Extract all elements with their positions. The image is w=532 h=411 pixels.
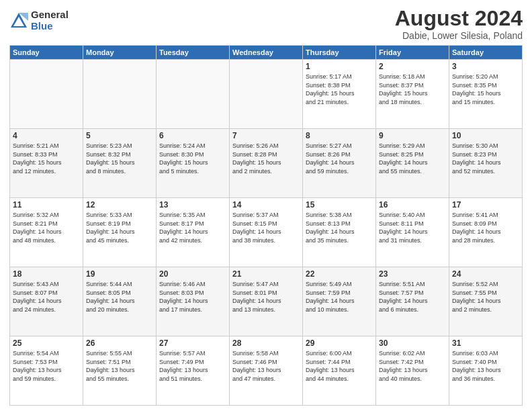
- day-info: Sunrise: 5:35 AM Sunset: 8:17 PM Dayligh…: [159, 211, 226, 244]
- day-info: Sunrise: 5:57 AM Sunset: 7:49 PM Dayligh…: [159, 349, 226, 383]
- day-cell: 9Sunrise: 5:29 AM Sunset: 8:25 PM Daylig…: [376, 129, 449, 198]
- logo-icon: [9, 11, 28, 30]
- day-number: 16: [379, 200, 446, 210]
- main-title: August 2024: [395, 7, 523, 30]
- day-cell: 12Sunrise: 5:33 AM Sunset: 8:19 PM Dayli…: [83, 198, 157, 267]
- day-info: Sunrise: 5:17 AM Sunset: 8:38 PM Dayligh…: [306, 73, 373, 106]
- week-row-3: 11Sunrise: 5:32 AM Sunset: 8:21 PM Dayli…: [10, 198, 523, 267]
- day-cell: 17Sunrise: 5:41 AM Sunset: 8:09 PM Dayli…: [449, 198, 523, 267]
- day-cell: 3Sunrise: 5:20 AM Sunset: 8:35 PM Daylig…: [449, 60, 523, 129]
- day-number: 29: [306, 338, 373, 348]
- day-info: Sunrise: 5:49 AM Sunset: 7:59 PM Dayligh…: [306, 280, 373, 314]
- col-header-monday: Monday: [83, 46, 157, 60]
- day-number: 13: [159, 200, 226, 210]
- day-number: 12: [86, 200, 153, 210]
- day-number: 11: [13, 200, 80, 210]
- logo: General Blue: [9, 9, 69, 32]
- day-info: Sunrise: 5:58 AM Sunset: 7:46 PM Dayligh…: [232, 349, 300, 383]
- day-info: Sunrise: 5:44 AM Sunset: 8:05 PM Dayligh…: [86, 280, 153, 314]
- day-number: 6: [159, 131, 226, 140]
- day-info: Sunrise: 5:18 AM Sunset: 8:37 PM Dayligh…: [379, 73, 446, 106]
- col-header-wednesday: Wednesday: [230, 46, 303, 60]
- day-info: Sunrise: 5:47 AM Sunset: 8:01 PM Dayligh…: [232, 280, 300, 314]
- day-number: 17: [452, 200, 519, 210]
- day-cell: 20Sunrise: 5:46 AM Sunset: 8:03 PM Dayli…: [157, 267, 230, 336]
- col-header-saturday: Saturday: [449, 46, 523, 60]
- day-info: Sunrise: 5:21 AM Sunset: 8:33 PM Dayligh…: [13, 142, 80, 175]
- day-info: Sunrise: 5:23 AM Sunset: 8:32 PM Dayligh…: [86, 142, 153, 175]
- day-number: 21: [232, 269, 300, 279]
- day-cell: 19Sunrise: 5:44 AM Sunset: 8:05 PM Dayli…: [83, 267, 157, 336]
- day-number: 26: [86, 338, 153, 348]
- day-info: Sunrise: 5:40 AM Sunset: 8:11 PM Dayligh…: [379, 211, 446, 244]
- day-cell: 7Sunrise: 5:26 AM Sunset: 8:28 PM Daylig…: [230, 129, 303, 198]
- week-row-4: 18Sunrise: 5:43 AM Sunset: 8:07 PM Dayli…: [10, 267, 523, 336]
- day-cell: 27Sunrise: 5:57 AM Sunset: 7:49 PM Dayli…: [157, 336, 230, 406]
- day-cell: 29Sunrise: 6:00 AM Sunset: 7:44 PM Dayli…: [303, 336, 376, 406]
- day-cell: 5Sunrise: 5:23 AM Sunset: 8:32 PM Daylig…: [83, 129, 157, 198]
- day-cell: 8Sunrise: 5:27 AM Sunset: 8:26 PM Daylig…: [303, 129, 376, 198]
- day-cell: 31Sunrise: 6:03 AM Sunset: 7:40 PM Dayli…: [449, 336, 523, 406]
- day-number: 9: [379, 131, 446, 140]
- day-cell: 21Sunrise: 5:47 AM Sunset: 8:01 PM Dayli…: [230, 267, 303, 336]
- week-row-2: 4Sunrise: 5:21 AM Sunset: 8:33 PM Daylig…: [10, 129, 523, 198]
- day-cell: [10, 60, 83, 129]
- day-info: Sunrise: 5:29 AM Sunset: 8:25 PM Dayligh…: [379, 142, 446, 175]
- header-row: SundayMondayTuesdayWednesdayThursdayFrid…: [10, 46, 523, 60]
- day-cell: 6Sunrise: 5:24 AM Sunset: 8:30 PM Daylig…: [157, 129, 230, 198]
- day-info: Sunrise: 5:32 AM Sunset: 8:21 PM Dayligh…: [13, 211, 80, 244]
- day-info: Sunrise: 5:54 AM Sunset: 7:53 PM Dayligh…: [13, 349, 80, 383]
- day-info: Sunrise: 5:33 AM Sunset: 8:19 PM Dayligh…: [86, 211, 153, 244]
- day-info: Sunrise: 5:37 AM Sunset: 8:15 PM Dayligh…: [232, 211, 300, 244]
- day-cell: 14Sunrise: 5:37 AM Sunset: 8:15 PM Dayli…: [230, 198, 303, 267]
- day-number: 25: [13, 338, 80, 348]
- day-info: Sunrise: 6:03 AM Sunset: 7:40 PM Dayligh…: [452, 349, 519, 383]
- day-number: 18: [13, 269, 80, 279]
- day-cell: 30Sunrise: 6:02 AM Sunset: 7:42 PM Dayli…: [376, 336, 449, 406]
- day-number: 20: [159, 269, 226, 279]
- day-info: Sunrise: 6:02 AM Sunset: 7:42 PM Dayligh…: [379, 349, 446, 383]
- logo-blue: Blue: [31, 21, 69, 32]
- day-cell: 1Sunrise: 5:17 AM Sunset: 8:38 PM Daylig…: [303, 60, 376, 129]
- subtitle: Dabie, Lower Silesia, Poland: [395, 30, 523, 41]
- day-cell: 10Sunrise: 5:30 AM Sunset: 8:23 PM Dayli…: [449, 129, 523, 198]
- day-cell: [83, 60, 157, 129]
- week-row-5: 25Sunrise: 5:54 AM Sunset: 7:53 PM Dayli…: [10, 336, 523, 406]
- col-header-friday: Friday: [376, 46, 449, 60]
- day-info: Sunrise: 5:43 AM Sunset: 8:07 PM Dayligh…: [13, 280, 80, 314]
- day-cell: 28Sunrise: 5:58 AM Sunset: 7:46 PM Dayli…: [230, 336, 303, 406]
- day-info: Sunrise: 5:41 AM Sunset: 8:09 PM Dayligh…: [452, 211, 519, 244]
- day-cell: 26Sunrise: 5:55 AM Sunset: 7:51 PM Dayli…: [83, 336, 157, 406]
- day-info: Sunrise: 5:51 AM Sunset: 7:57 PM Dayligh…: [379, 280, 446, 314]
- day-number: 22: [306, 269, 373, 279]
- day-cell: [157, 60, 230, 129]
- col-header-tuesday: Tuesday: [157, 46, 230, 60]
- day-cell: 2Sunrise: 5:18 AM Sunset: 8:37 PM Daylig…: [376, 60, 449, 129]
- day-number: 31: [452, 338, 519, 348]
- day-info: Sunrise: 5:55 AM Sunset: 7:51 PM Dayligh…: [86, 349, 153, 383]
- day-info: Sunrise: 5:30 AM Sunset: 8:23 PM Dayligh…: [452, 142, 519, 175]
- day-info: Sunrise: 5:24 AM Sunset: 8:30 PM Dayligh…: [159, 142, 226, 175]
- logo-text: General Blue: [31, 9, 69, 32]
- title-block: August 2024 Dabie, Lower Silesia, Poland: [395, 7, 523, 41]
- day-number: 30: [379, 338, 446, 348]
- day-number: 27: [159, 338, 226, 348]
- day-info: Sunrise: 5:26 AM Sunset: 8:28 PM Dayligh…: [232, 142, 300, 175]
- header: General Blue August 2024 Dabie, Lower Si…: [9, 7, 523, 41]
- page: General Blue August 2024 Dabie, Lower Si…: [0, 0, 532, 411]
- day-number: 1: [306, 62, 373, 71]
- day-number: 28: [232, 338, 300, 348]
- day-number: 8: [306, 131, 373, 140]
- day-info: Sunrise: 5:46 AM Sunset: 8:03 PM Dayligh…: [159, 280, 226, 314]
- day-cell: 18Sunrise: 5:43 AM Sunset: 8:07 PM Dayli…: [10, 267, 83, 336]
- calendar: SundayMondayTuesdayWednesdayThursdayFrid…: [9, 45, 523, 406]
- day-number: 7: [232, 131, 300, 140]
- day-info: Sunrise: 5:38 AM Sunset: 8:13 PM Dayligh…: [306, 211, 373, 244]
- day-cell: 22Sunrise: 5:49 AM Sunset: 7:59 PM Dayli…: [303, 267, 376, 336]
- day-cell: 24Sunrise: 5:52 AM Sunset: 7:55 PM Dayli…: [449, 267, 523, 336]
- day-cell: [230, 60, 303, 129]
- day-number: 24: [452, 269, 519, 279]
- day-number: 19: [86, 269, 153, 279]
- day-cell: 11Sunrise: 5:32 AM Sunset: 8:21 PM Dayli…: [10, 198, 83, 267]
- day-number: 23: [379, 269, 446, 279]
